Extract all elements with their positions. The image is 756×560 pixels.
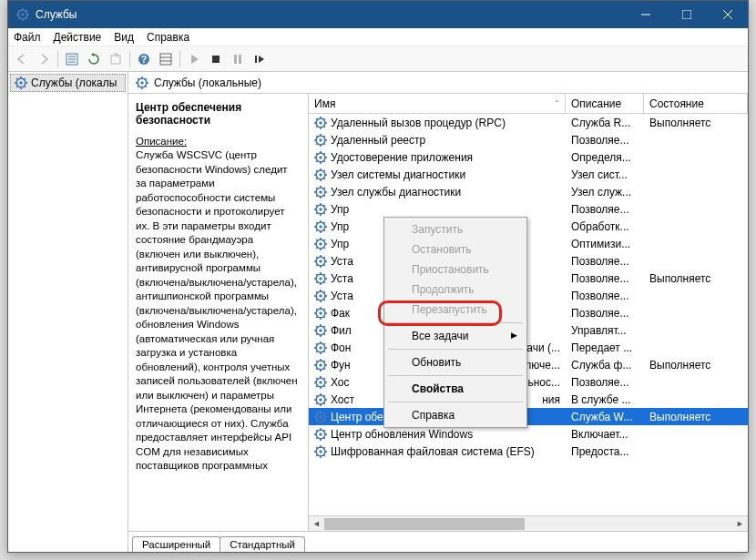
column-name[interactable]: Имя˄ — [309, 94, 566, 113]
sort-indicator-icon: ˄ — [555, 99, 559, 108]
table-row[interactable]: Хосительнос...Позволяе... — [309, 373, 748, 391]
menu-item[interactable]: Обновить — [386, 352, 525, 372]
service-desc: Оптимизи... — [566, 238, 644, 250]
service-name: Удостоверение приложения — [331, 151, 473, 164]
table-row[interactable]: ФакПозволяе... — [309, 304, 748, 321]
service-name: Центр обновления Windows — [331, 428, 473, 441]
table-row[interactable]: Удаленный вызов процедур (RPC)Служба R..… — [309, 114, 748, 131]
service-name: Фун — [331, 359, 351, 372]
menu-separator — [388, 375, 523, 376]
service-desc: Управлят... — [566, 324, 644, 337]
tab-extended[interactable]: Расширенный — [132, 536, 220, 552]
table-row[interactable]: УпрПозволяе... — [309, 200, 748, 218]
menu-action[interactable]: Действие — [54, 31, 102, 44]
scroll-left-button[interactable]: ◄ — [309, 516, 324, 532]
refresh-button[interactable] — [84, 49, 104, 69]
pause-button[interactable] — [228, 49, 248, 69]
gear-icon — [314, 307, 327, 320]
service-desc: Предоста... — [566, 445, 644, 458]
table-row[interactable]: Узел службы диагностикиУзел служ... — [309, 183, 748, 200]
list-button[interactable] — [156, 49, 176, 69]
service-desc: Обработк... — [566, 220, 644, 233]
table-row[interactable]: Фунодключе...Служба ф...Выполняетс — [309, 356, 748, 373]
toolbar: ? — [8, 46, 748, 72]
menubar: Файл Действие Вид Справка — [8, 28, 748, 46]
service-name: Хост — [331, 393, 354, 406]
app-icon — [15, 7, 30, 22]
gear-icon — [314, 428, 327, 441]
gear-icon — [314, 255, 327, 268]
stop-button[interactable] — [206, 49, 226, 69]
service-state: Выполняетс — [644, 272, 748, 285]
table-row[interactable]: УпрОптимизи... — [309, 235, 748, 252]
svg-rect-18 — [111, 56, 120, 64]
menu-item: Приостановить — [386, 260, 525, 280]
table-row[interactable]: Центр обеспечения безопасностиСлужба W..… — [309, 408, 748, 425]
service-name: Уста — [331, 272, 353, 285]
table-row[interactable]: УстаПозволяе... — [309, 252, 748, 270]
svg-rect-11 — [682, 10, 691, 19]
gear-icon — [314, 445, 327, 458]
service-state: Выполняетс — [644, 411, 748, 423]
table-row[interactable]: ФилУправлят... — [309, 321, 748, 339]
service-name: Узел службы диагностики — [331, 186, 461, 199]
service-desc: Позволяе... — [566, 272, 644, 285]
menu-item[interactable]: Свойства — [386, 379, 525, 399]
menu-separator — [388, 349, 523, 350]
table-row[interactable]: Шифрованная файловая система (EFS)Предос… — [309, 443, 748, 460]
menu-separator — [388, 402, 523, 402]
table-row[interactable]: Удаленный реестрПозволяе... — [309, 131, 748, 148]
gear-icon — [314, 272, 327, 285]
tab-standard[interactable]: Стандартный — [220, 536, 305, 552]
column-description[interactable]: Описание — [566, 94, 644, 113]
service-name: Удаленный вызов процедур (RPC) — [331, 117, 506, 129]
table-row[interactable]: УстаПозволяе...Выполняетс — [309, 270, 748, 287]
svg-rect-27 — [255, 56, 257, 63]
column-state[interactable]: Состояние — [644, 94, 748, 113]
table-row[interactable]: Фонередачи (...Передает ... — [309, 339, 748, 356]
window-title: Службы — [36, 8, 77, 21]
properties-button[interactable] — [62, 49, 82, 69]
scroll-thumb[interactable] — [324, 518, 525, 530]
gear-icon — [314, 238, 327, 250]
menu-file[interactable]: Файл — [14, 31, 41, 44]
gear-icon — [314, 203, 327, 216]
table-row[interactable]: Удостоверение приложенияОпределя... — [309, 148, 748, 166]
description-label: Описание: — [136, 136, 301, 147]
menu-item: Продолжить — [386, 280, 525, 300]
gear-icon — [136, 76, 148, 89]
back-button[interactable] — [12, 49, 32, 69]
menu-help[interactable]: Справка — [147, 31, 189, 44]
service-desc: Позволяе... — [566, 307, 644, 320]
menu-item[interactable]: Справка — [386, 405, 525, 425]
svg-rect-26 — [239, 55, 241, 64]
menu-item[interactable]: Все задачи▶ — [386, 326, 525, 346]
table-row[interactable]: Центр обновления WindowsВключает... — [309, 425, 748, 443]
gear-icon — [314, 117, 327, 129]
gear-icon — [314, 168, 327, 181]
close-button[interactable] — [707, 1, 748, 28]
horizontal-scrollbar[interactable]: ◄ ► — [309, 515, 748, 531]
table-row[interactable]: УпрОбработк... — [309, 218, 748, 235]
service-name: Фак — [331, 307, 350, 320]
svg-text:?: ? — [141, 55, 147, 65]
help-button[interactable]: ? — [134, 49, 154, 69]
gear-icon — [15, 76, 27, 89]
maximize-button[interactable] — [666, 1, 707, 28]
table-row[interactable]: ХостнияВ службе ... — [309, 391, 748, 408]
tree-item-services[interactable]: Службы (локалы — [10, 74, 126, 92]
table-row[interactable]: Узел системы диагностикиУзел сист... — [309, 166, 748, 183]
table-row[interactable]: УстаПозволяе... — [309, 287, 748, 304]
services-list: Имя˄ Описание Состояние Удаленный вызов … — [309, 94, 748, 531]
gear-icon — [314, 290, 327, 302]
export-button[interactable] — [106, 49, 126, 69]
menu-separator — [388, 322, 523, 323]
play-button[interactable] — [184, 49, 204, 69]
restart-button[interactable] — [250, 49, 270, 69]
service-name: Удаленный реестр — [331, 134, 425, 147]
forward-button[interactable] — [34, 49, 54, 69]
scroll-track[interactable] — [324, 516, 732, 532]
menu-view[interactable]: Вид — [114, 31, 134, 44]
minimize-button[interactable] — [625, 1, 666, 28]
scroll-right-button[interactable]: ► — [732, 516, 748, 532]
